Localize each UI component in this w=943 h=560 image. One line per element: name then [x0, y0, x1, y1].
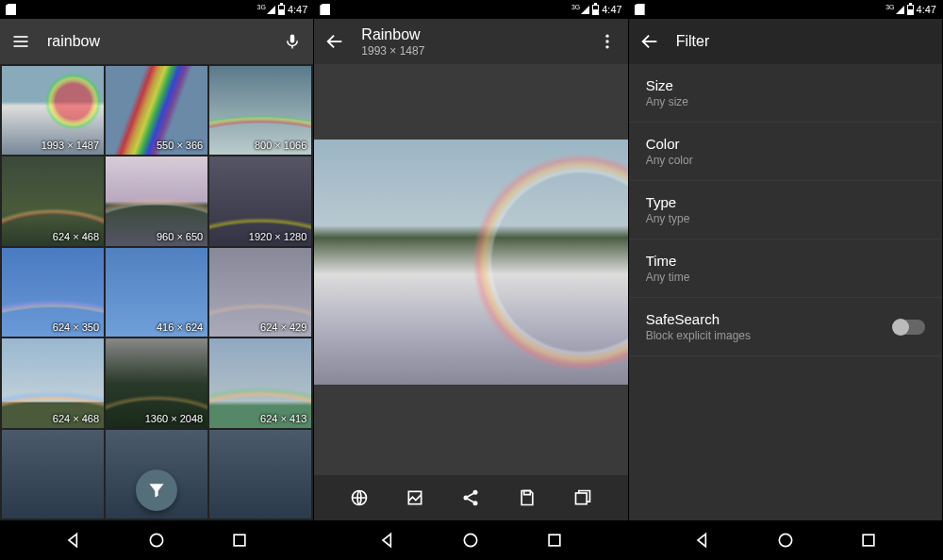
sd-card-icon	[320, 4, 330, 15]
nav-home-icon[interactable]	[147, 531, 166, 550]
safesearch-switch[interactable]	[893, 320, 925, 335]
detail-image[interactable]	[314, 140, 627, 385]
nav-bar	[0, 520, 313, 560]
filter-label: Size	[646, 77, 925, 93]
network-label: 3G	[257, 4, 266, 10]
image-thumb[interactable]: 416 × 624	[106, 248, 207, 337]
svg-point-14	[473, 501, 478, 505]
thumb-dimensions: 960 × 650	[157, 231, 203, 242]
signal-icon	[581, 6, 589, 14]
filter-fab[interactable]	[136, 469, 177, 511]
svg-rect-17	[523, 491, 530, 495]
image-thumb[interactable]: 624 × 429	[209, 248, 311, 337]
image-thumb[interactable]: 1920 × 1280	[209, 156, 311, 245]
svg-point-9	[605, 45, 608, 48]
image-thumb[interactable]: 624 × 468	[2, 338, 104, 427]
svg-rect-18	[576, 493, 587, 504]
svg-rect-20	[549, 535, 560, 546]
svg-point-12	[473, 490, 478, 495]
battery-icon	[592, 5, 599, 15]
filter-list: SizeAny sizeColorAny colorTypeAny typeTi…	[629, 64, 942, 520]
nav-home-icon[interactable]	[461, 531, 480, 550]
gallery-icon[interactable]	[571, 486, 594, 509]
detail-title: Rainbow	[361, 26, 580, 43]
svg-rect-11	[408, 491, 421, 503]
filter-label: Type	[646, 194, 925, 210]
network-label: 3G	[885, 4, 894, 10]
nav-back-icon[interactable]	[378, 531, 397, 550]
back-icon[interactable]	[323, 30, 346, 53]
image-thumb[interactable]: 624 × 468	[2, 156, 104, 245]
svg-rect-23	[863, 535, 874, 546]
thumb-dimensions: 416 × 624	[157, 321, 203, 333]
filter-label: Time	[646, 253, 925, 269]
nav-bar	[629, 520, 942, 560]
detail-title-block: Rainbow 1993 × 1487	[361, 26, 580, 58]
menu-icon[interactable]	[9, 30, 32, 53]
thumb-dimensions: 800 × 1066	[255, 140, 306, 151]
image-thumb[interactable]: 1993 × 1487	[2, 66, 104, 155]
filter-row-size[interactable]: SizeAny size	[629, 64, 942, 123]
image-thumb[interactable]	[209, 430, 311, 519]
search-input[interactable]	[47, 33, 266, 50]
nav-home-icon[interactable]	[776, 531, 795, 550]
status-bar: 3G 4:47	[0, 0, 313, 19]
filter-row-time[interactable]: TimeAny time	[629, 239, 942, 298]
image-thumb[interactable]	[2, 430, 104, 519]
detail-app-bar: Rainbow 1993 × 1487	[314, 19, 627, 64]
mic-icon[interactable]	[281, 30, 304, 53]
image-thumb[interactable]: 1360 × 2048	[106, 338, 207, 427]
globe-icon[interactable]	[348, 486, 371, 509]
thumb-dimensions: 624 × 468	[53, 231, 99, 242]
detail-body	[314, 64, 627, 520]
filter-label: Color	[646, 136, 925, 152]
svg-point-19	[465, 534, 477, 546]
thumb-dimensions: 550 × 366	[157, 140, 203, 151]
thumb-dimensions: 1993 × 1487	[41, 140, 99, 151]
image-thumb[interactable]: 800 × 1066	[209, 66, 311, 155]
nav-back-icon[interactable]	[693, 531, 712, 550]
nav-recent-icon[interactable]	[859, 531, 878, 550]
filter-value: Any color	[646, 154, 925, 167]
filter-title-block: Filter	[676, 33, 933, 50]
sd-card-icon	[635, 4, 645, 15]
thumb-dimensions: 624 × 413	[260, 413, 306, 424]
wallpaper-icon[interactable]	[404, 486, 426, 509]
panel-image-detail: 3G 4:47 Rainbow 1993 × 1487	[314, 0, 628, 560]
thumb-dimensions: 624 × 429	[260, 321, 306, 333]
thumb-dimensions: 624 × 468	[53, 413, 99, 424]
image-thumb[interactable]: 550 × 366	[106, 66, 207, 155]
save-icon[interactable]	[516, 486, 538, 509]
filter-value: Any type	[646, 212, 925, 225]
nav-recent-icon[interactable]	[545, 531, 564, 550]
clock: 4:47	[917, 4, 936, 15]
nav-recent-icon[interactable]	[230, 531, 249, 550]
filter-value: Any size	[646, 95, 925, 108]
image-thumb[interactable]: 624 × 413	[209, 338, 311, 427]
overflow-icon[interactable]	[596, 30, 619, 53]
image-grid: 1993 × 1487550 × 366800 × 1066624 × 4689…	[0, 64, 313, 520]
svg-point-7	[605, 35, 608, 38]
share-icon[interactable]	[459, 486, 482, 509]
filter-row-type[interactable]: TypeAny type	[629, 181, 942, 239]
sd-card-icon	[6, 4, 16, 15]
status-bar: 3G 4:47	[314, 0, 627, 19]
filter-row-color[interactable]: ColorAny color	[629, 123, 942, 181]
thumb-dimensions: 1360 × 2048	[145, 413, 203, 424]
svg-point-8	[605, 40, 608, 42]
filter-row-safesearch[interactable]: SafeSearchBlock explicit images	[629, 298, 942, 356]
image-thumb[interactable]: 624 × 350	[2, 248, 104, 337]
battery-icon	[278, 5, 285, 15]
search-bar	[0, 19, 313, 64]
image-thumb[interactable]: 960 × 650	[106, 156, 207, 245]
filter-value: Any time	[646, 271, 925, 284]
nav-bar	[314, 520, 627, 560]
clock: 4:47	[288, 4, 307, 15]
battery-icon	[907, 5, 914, 15]
svg-point-13	[464, 496, 469, 501]
svg-point-4	[150, 534, 162, 546]
filter-title: Filter	[676, 33, 933, 50]
svg-line-16	[469, 499, 474, 502]
nav-back-icon[interactable]	[64, 531, 83, 550]
back-icon[interactable]	[638, 30, 661, 53]
